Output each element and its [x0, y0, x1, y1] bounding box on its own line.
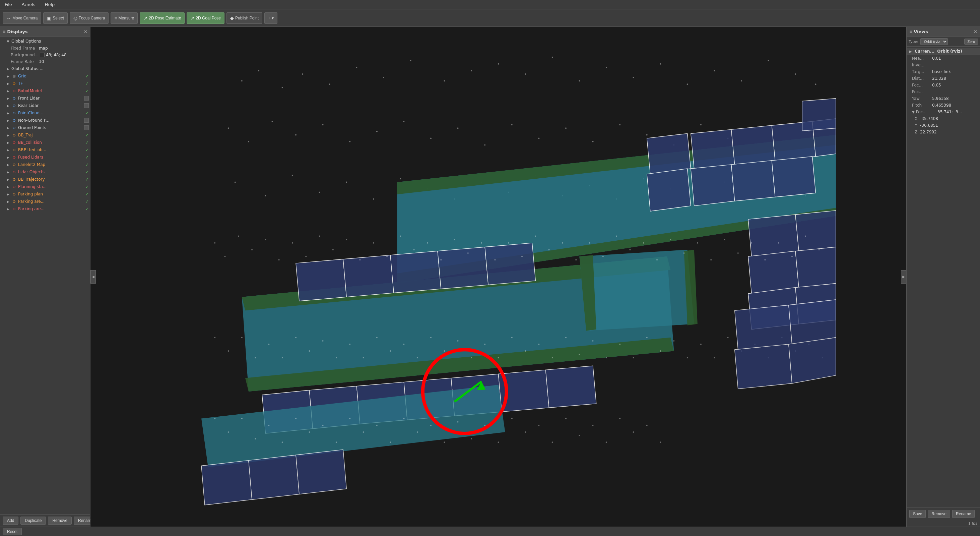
- expand-icon: ▶: [7, 200, 11, 203]
- expand-icon: ▶: [7, 185, 11, 189]
- svg-marker-91: [343, 255, 394, 297]
- menu-file[interactable]: File: [3, 2, 14, 8]
- robotmodel-check: ✓: [85, 88, 89, 94]
- view-row-pitch: Pitch 0.465398: [907, 102, 980, 108]
- dropdown-icon: ▾: [272, 16, 274, 21]
- more-options-button[interactable]: + ▾: [264, 13, 277, 24]
- remove-button[interactable]: Remove: [48, 517, 72, 525]
- display-label-robotmodel: RobotModel: [18, 88, 84, 93]
- svg-point-208: [268, 425, 269, 426]
- display-item-planning-sta[interactable]: ▶ ⊙ Planning sta... ✓: [0, 183, 90, 190]
- svg-point-177: [471, 357, 472, 358]
- display-item-rear-lidar[interactable]: ▶ ⊙ Rear Lidar: [0, 102, 90, 109]
- views-rename-button[interactable]: Rename: [952, 510, 975, 518]
- menu-panels[interactable]: Panels: [19, 2, 38, 8]
- pose-estimate-button[interactable]: ↗ 2D Pose Estimate: [140, 13, 185, 24]
- svg-point-171: [390, 350, 391, 352]
- svg-point-125: [386, 256, 388, 257]
- viewport[interactable]: ◀ ▶: [91, 27, 906, 526]
- svg-point-237: [660, 442, 661, 443]
- svg-point-51: [346, 181, 347, 183]
- display-item-pointcloud[interactable]: ▶ ⊙ PointCloud ... ✓: [0, 109, 90, 116]
- svg-marker-101: [546, 366, 597, 408]
- display-item-robotmodel[interactable]: ▶ ⊙ RobotModel ✓: [0, 87, 90, 94]
- current-view-header[interactable]: ▶ Curren... Orbit (rviz): [907, 48, 980, 55]
- displays-panel-close[interactable]: ✕: [84, 29, 88, 34]
- collapse-right-button[interactable]: ▶: [901, 270, 906, 284]
- views-remove-button[interactable]: Remove: [928, 510, 950, 518]
- display-item-tf[interactable]: ▶ ⊙ TF ✓: [0, 80, 90, 87]
- svg-point-169: [363, 357, 364, 358]
- svg-point-120: [319, 236, 320, 237]
- svg-marker-72: [647, 133, 691, 174]
- display-background: Background... 48; 48; 48: [0, 52, 90, 58]
- menu-help[interactable]: Help: [43, 2, 57, 8]
- views-panel-close[interactable]: ✕: [974, 29, 977, 34]
- view-row-x: X -35.7408: [907, 115, 980, 122]
- display-item-fused-lidars[interactable]: ▶ ⊙ Fused Lidars ✓: [0, 153, 90, 161]
- type-select[interactable]: Orbit (rviz: [920, 38, 948, 45]
- expand-icon: ▶: [7, 126, 11, 130]
- svg-point-36: [538, 137, 539, 139]
- measure-button[interactable]: ≡ Measure: [111, 13, 138, 24]
- display-item-grid[interactable]: ▶ ⊞ Grid ✓: [0, 72, 90, 80]
- svg-point-29: [349, 141, 350, 142]
- views-panel-header: ≡ Views ✕: [907, 27, 980, 37]
- display-item-lanelet2-map[interactable]: ▶ ⊙ Lanelet2 Map ✓: [0, 161, 90, 168]
- duplicate-button[interactable]: Duplicate: [21, 517, 46, 525]
- publish-point-icon: ◆: [230, 16, 234, 21]
- expand-icon: ▶: [7, 97, 11, 100]
- display-item-non-ground[interactable]: ▶ ⊙ Non-Ground P...: [0, 116, 90, 124]
- svg-point-50: [319, 192, 320, 193]
- focus-camera-button[interactable]: ◎ Focus Camera: [70, 13, 109, 24]
- svg-point-211: [309, 431, 310, 433]
- svg-point-182: [538, 344, 539, 345]
- svg-point-225: [498, 442, 499, 443]
- display-item-parking-are-2[interactable]: ▶ ⊙ Parking are... ✓: [0, 205, 90, 212]
- pointcloud-check: ✓: [85, 111, 89, 116]
- expand-icon: ▶: [7, 133, 11, 137]
- display-item-lidar-objects[interactable]: ▶ ⊙ Lidar Objects ✓: [0, 168, 90, 175]
- expand-icon: ▶: [7, 89, 11, 93]
- svg-point-187: [606, 357, 607, 358]
- collapse-left-button[interactable]: ◀: [91, 270, 96, 284]
- move-camera-button[interactable]: ↔ Move Camera: [3, 13, 41, 24]
- rrp-tfed-check: ✓: [85, 147, 89, 153]
- select-icon: ▣: [47, 16, 51, 21]
- current-view-label: Curren...: [915, 49, 935, 54]
- svg-marker-74: [732, 125, 775, 164]
- display-frame-rate: Frame Rate 30: [0, 58, 90, 65]
- goal-pose-button[interactable]: ↗ 2D Goal Pose: [187, 13, 224, 24]
- ground-points-checkbox[interactable]: [84, 125, 89, 130]
- display-item-parking-plan[interactable]: ▶ ⊙ Parking plan ✓: [0, 190, 90, 198]
- expand-icon: ▶: [7, 170, 11, 174]
- display-item-front-lidar[interactable]: ▶ ⊙ Front Lidar: [0, 94, 90, 102]
- display-item-rrp-tfed[interactable]: ▶ ⊙ RRP tfed_ob... ✓: [0, 146, 90, 153]
- svg-marker-92: [390, 251, 441, 293]
- display-item-parking-are-1[interactable]: ▶ ⊙ Parking are... ✓: [0, 198, 90, 205]
- svg-point-124: [373, 242, 374, 244]
- view-row-focus-expandable[interactable]: ▼ Foc... -35.741; -3...: [907, 108, 980, 115]
- svg-point-137: [549, 249, 550, 250]
- rear-lidar-checkbox[interactable]: [84, 103, 89, 108]
- display-item-global-options[interactable]: ▼ Global Options: [0, 38, 90, 45]
- views-save-button[interactable]: Save: [909, 510, 926, 518]
- svg-marker-238: [735, 305, 792, 349]
- non-ground-checkbox[interactable]: [84, 118, 89, 123]
- zero-button[interactable]: Zero: [964, 38, 978, 45]
- front-lidar-checkbox[interactable]: [84, 96, 89, 100]
- display-item-bb-trajectory[interactable]: ▶ ⊙ BB Trajectory ✓: [0, 175, 90, 183]
- publish-point-button[interactable]: ◆ Publish Point: [226, 13, 262, 24]
- display-item-global-status[interactable]: ▶ Global Status:...: [0, 65, 90, 72]
- display-item-bb-traj[interactable]: ▶ ⊙ BB_Traj ✓: [0, 131, 90, 139]
- svg-point-23: [815, 83, 816, 85]
- background-swatch[interactable]: [40, 53, 45, 57]
- select-button[interactable]: ▣ Select: [43, 13, 67, 24]
- rrp-tfed-icon: ⊙: [11, 147, 17, 153]
- display-item-ground-points[interactable]: ▶ ⊙ Ground Points: [0, 124, 90, 131]
- reset-button[interactable]: Reset: [3, 528, 22, 535]
- view-row-target: Targ... base_link: [907, 69, 980, 75]
- add-button[interactable]: Add: [3, 517, 18, 525]
- display-item-bb-collision[interactable]: ▶ ⊙ BB_collision ✓: [0, 139, 90, 146]
- svg-point-47: [234, 181, 236, 183]
